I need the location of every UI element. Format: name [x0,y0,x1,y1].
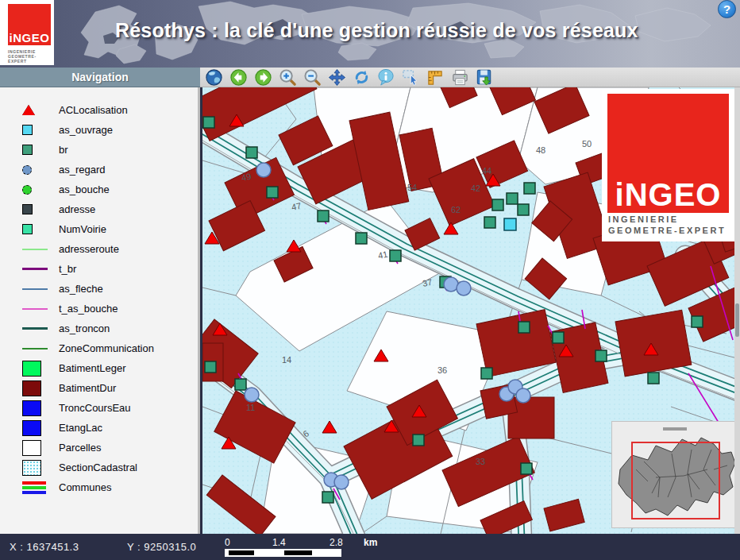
legend-label: as_troncon [59,322,110,334]
legend-layer-t_as_bouche[interactable]: t_as_bouche [0,299,198,319]
legend-label: Communes [59,481,111,493]
BatimentDur-swatch-icon [22,380,49,396]
forward-button[interactable] [253,68,272,87]
refresh-icon [353,68,371,87]
parcel-number: 47 [291,201,302,212]
scale-tick-0: 0 [225,537,230,548]
legend-layer-NumVoirie[interactable]: NumVoirie [0,219,198,239]
legend-label: as_fleche [59,283,103,295]
legend-layer-as_troncon[interactable]: as_troncon [0,319,198,338]
measure-button[interactable] [426,68,445,87]
map-viewport[interactable]: 49474137654624442485014113633 iNGEO INGE… [202,87,740,534]
legend-layer-ZoneCommunication[interactable]: ZoneCommunication [0,338,198,358]
pan-icon [328,68,346,87]
legend-layer-as_bouche[interactable]: as_bouche [0,180,198,199]
layer-legend-sidebar: ACLocalisationas_ouvragebras_regardas_bo… [0,87,200,534]
parcel-number: 49 [241,172,252,183]
parcel-number: 33 [476,457,485,466]
legend-layer-EtangLac[interactable]: EtangLac [0,418,198,438]
legend-layer-BatimentDur[interactable]: BatimentDur [0,378,198,398]
app-title: Résothys : la clé d'une gestion réussie … [115,19,638,42]
legend-layer-BatimentLeger[interactable]: BatimentLeger [0,358,198,378]
ingeo-logo-overlay: iNGEO INGENIERIE GEOMETRE-EXPERT [602,89,737,241]
parcel-number: 54 [407,183,417,192]
legend-layer-SectionCadastral[interactable]: SectionCadastral [0,458,198,477]
as_ouvrage-swatch-icon [22,125,49,135]
as_regard-swatch-icon [22,165,49,175]
parcel-number: 62 [451,205,461,214]
refresh-button[interactable] [352,68,371,87]
scale-tick-1: 1.4 [272,537,286,548]
help-button[interactable]: ? [718,0,736,18]
legend-label: as_bouche [59,183,110,195]
legend-label: ZoneCommunication [59,342,154,354]
legend-label: TroncCoursEau [59,402,131,414]
select-button[interactable] [401,68,420,87]
SectionCadastral-swatch-icon [22,460,49,476]
legend-layer-TroncCoursEau[interactable]: TroncCoursEau [0,398,198,418]
print-icon [451,68,469,87]
parcel-number: 41 [377,249,388,261]
overview-communes-map [612,422,738,527]
ingeo-caption-line2: GEOMETRE-EXPERT [608,226,734,235]
help-icon: ? [723,2,730,16]
legend-layer-as_regard[interactable]: as_regard [0,160,198,180]
ingeo-logo-red-square: iNGEO [8,4,51,45]
info-button[interactable] [376,68,395,87]
print-button[interactable] [450,68,469,87]
legend-label: as_ouvrage [59,124,113,136]
pan-button[interactable] [327,68,346,87]
resothys-app: Résothys : la clé d'une gestion réussie … [0,0,740,560]
map-vertical-scrollbar[interactable] [734,87,740,534]
legend-layer-adresseroute[interactable]: adresseroute [0,239,198,259]
ACLocalisation-swatch-icon [22,105,49,115]
zoom-out-button[interactable] [303,68,322,87]
legend-layer-br[interactable]: br [0,140,198,160]
ingeo-logo-word: iNGEO [615,180,722,213]
scrollbar-thumb[interactable] [735,303,739,337]
adresseroute-swatch-icon [22,249,49,250]
coordinate-y: Y : 9250315.0 [127,541,196,553]
legend-label: as_regard [59,164,106,176]
select-icon [402,68,420,87]
legend-layer-ACLocalisation[interactable]: ACLocalisation [0,100,198,120]
legend-layer-as_fleche[interactable]: as_fleche [0,279,198,299]
overview-map[interactable] [611,421,738,528]
scale-tick-2: 2.8 [330,537,343,548]
ZoneCommunication-swatch-icon [22,348,49,350]
legend-label: BatimentLeger [59,362,126,374]
back-button[interactable] [229,68,248,87]
status-bar: X : 1637451.3 Y : 9250315.0 0 1.4 2.8 km [0,534,740,560]
legend-layer-Parcelles[interactable]: Parcelles [0,438,198,458]
legend-layer-Communes[interactable]: Communes [0,477,198,497]
legend-label: SectionCadastral [59,462,137,473]
overview-scale-dash [663,427,687,431]
legend-layer-as_ouvrage[interactable]: as_ouvrage [0,120,198,140]
ingeo-logo-caption: INGENIERIE GEOMETRE-EXPERT [8,49,54,64]
legend-layer-adresse[interactable]: adresse [0,199,198,219]
scale-unit: km [364,537,377,548]
parcel-number: 36 [437,365,447,375]
parcel-number: 48 [536,145,545,155]
as_bouche-swatch-icon [22,185,49,195]
legend-layer-t_br[interactable]: t_br [0,259,198,279]
forward-icon [254,68,272,87]
globe-button[interactable] [204,68,223,87]
parcel-number: 37 [422,277,433,288]
save-icon [476,68,494,87]
legend-label: Parcelles [59,442,101,454]
navigation-panel-header: Navigation [0,68,200,87]
zoom-out-icon [303,68,322,87]
legend-label: br [59,144,68,156]
zoom-in-button[interactable] [278,68,297,87]
parcel-number: 44 [482,166,491,176]
navigation-title: Navigation [71,71,129,83]
ingeo-caption-line1: INGENIERIE [608,214,734,224]
as-ouvrage-marker [504,218,516,230]
coordinate-x: X : 1637451.3 [10,541,79,553]
scale-bar-graphic [225,549,341,557]
Parcelles-swatch-icon [22,440,49,456]
map-toolbar [200,68,740,87]
zoom-in-icon [279,68,297,87]
save-button[interactable] [475,68,494,87]
